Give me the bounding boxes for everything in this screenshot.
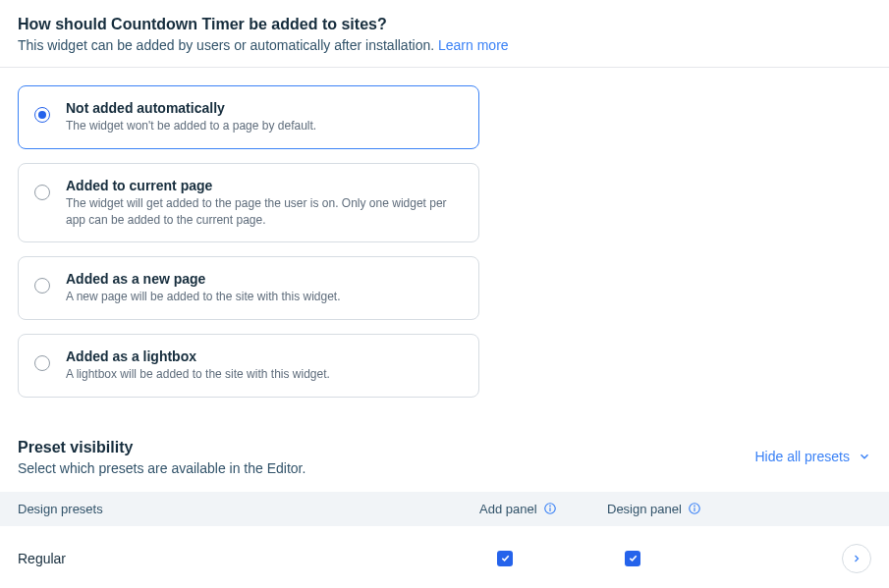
radio-icon: [34, 278, 50, 294]
chevron-down-icon: [858, 450, 871, 463]
preset-name: Regular: [18, 551, 479, 566]
radio-icon: [34, 107, 50, 123]
preset-title: Preset visibility: [18, 439, 306, 456]
col-design-presets: Design presets: [18, 502, 479, 516]
col-add-panel: Add panel: [479, 502, 607, 516]
option-not-added[interactable]: Not added automatically The widget won't…: [18, 85, 479, 149]
option-new-page[interactable]: Added as a new page A new page will be a…: [18, 256, 479, 320]
add-method-title: How should Countdown Timer be added to s…: [18, 16, 871, 33]
option-title: Not added automatically: [66, 100, 316, 116]
svg-point-2: [549, 507, 550, 508]
col-design-panel: Design panel: [607, 502, 774, 516]
radio-icon: [34, 355, 50, 371]
option-desc: The widget will get added to the page th…: [66, 195, 463, 229]
add-method-desc: This widget can be added by users or aut…: [18, 37, 871, 53]
add-method-header: How should Countdown Timer be added to s…: [0, 0, 889, 67]
check-icon: [628, 553, 639, 563]
add-panel-checkbox[interactable]: [497, 551, 513, 566]
table-row: Regular: [0, 526, 889, 588]
option-title: Added to current page: [66, 178, 463, 193]
option-title: Added as a new page: [66, 271, 341, 287]
radio-icon: [34, 185, 50, 200]
row-expand-button[interactable]: [842, 544, 871, 573]
hide-all-label: Hide all presets: [755, 449, 851, 464]
check-icon: [500, 553, 511, 563]
option-title: Added as a lightbox: [66, 348, 330, 364]
svg-point-5: [695, 507, 695, 508]
info-icon[interactable]: [543, 502, 557, 515]
design-panel-checkbox[interactable]: [625, 551, 640, 566]
preset-desc: Select which presets are available in th…: [18, 460, 306, 476]
option-desc: The widget won't be added to a page by d…: [66, 118, 316, 134]
chevron-right-icon: [851, 553, 862, 564]
hide-all-presets-button[interactable]: Hide all presets: [755, 449, 872, 464]
option-lightbox[interactable]: Added as a lightbox A lightbox will be a…: [18, 334, 479, 398]
option-desc: A new page will be added to the site wit…: [66, 289, 341, 305]
option-current-page[interactable]: Added to current page The widget will ge…: [18, 163, 479, 243]
learn-more-link[interactable]: Learn more: [438, 37, 509, 53]
add-method-options: Not added automatically The widget won't…: [0, 68, 889, 421]
preset-table-header: Design presets Add panel Design panel: [0, 492, 889, 526]
option-desc: A lightbox will be added to the site wit…: [66, 366, 330, 383]
info-icon[interactable]: [688, 502, 701, 515]
preset-visibility-header: Preset visibility Select which presets a…: [0, 421, 889, 480]
